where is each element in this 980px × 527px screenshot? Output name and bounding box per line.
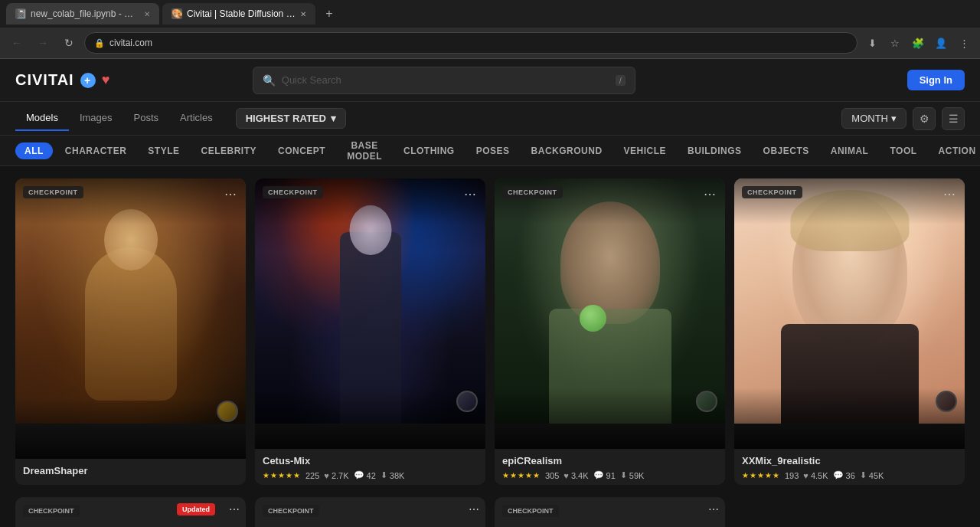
- cat-all[interactable]: ALL: [15, 142, 53, 159]
- bottom-menu-3[interactable]: ⋯: [708, 503, 719, 516]
- logo-heart-icon[interactable]: ♥: [102, 72, 111, 88]
- tab-articles[interactable]: Articles: [169, 106, 224, 131]
- cat-buildings[interactable]: BUILDINGS: [678, 142, 751, 159]
- comments-2: 42: [367, 471, 376, 480]
- comments-3: 91: [606, 471, 616, 480]
- model-card-epic[interactable]: CHECKPOINT ⋯ epiCRealism ★★★★★ 305 ♥ 3.4…: [495, 178, 725, 485]
- card-gradient-top-1: [15, 178, 246, 224]
- period-label: MONTH: [851, 113, 888, 124]
- checkpoint-badge-2: CHECKPOINT: [263, 186, 323, 198]
- category-bar: ALL CHARACTER STYLE CELEBRITY CONCEPT BA…: [0, 136, 980, 166]
- sort-button[interactable]: HIGHEST RATED ▾: [236, 108, 346, 129]
- download-icon-4: ⬇: [860, 470, 867, 480]
- tab-favicon-1: 📓: [15, 8, 26, 19]
- bottom-badge-3: CHECKPOINT: [502, 505, 559, 517]
- tab-2[interactable]: 🎨 Civitai | Stable Diffusion models... ✕: [162, 3, 315, 25]
- logo[interactable]: CIVITAI + ♥: [15, 71, 110, 89]
- tab-close-2[interactable]: ✕: [300, 10, 306, 18]
- bottom-menu-2[interactable]: ⋯: [469, 503, 479, 516]
- tab-models[interactable]: Models: [15, 106, 69, 131]
- cat-action[interactable]: ACTION: [929, 142, 980, 159]
- downloads-group-2: ⬇ 38K: [381, 470, 405, 480]
- tab-posts[interactable]: Posts: [123, 106, 170, 131]
- card-avatar-2: [456, 391, 478, 412]
- address-bar[interactable]: 🔒 civitai.com: [84, 32, 858, 54]
- search-shortcut: /: [616, 75, 626, 86]
- new-tab-button[interactable]: +: [318, 3, 340, 25]
- period-button[interactable]: MONTH ▾: [841, 108, 906, 129]
- cat-poses[interactable]: POSES: [467, 142, 519, 159]
- download-icon-3: ⬇: [620, 470, 627, 480]
- bottom-row: CHECKPOINT Updated ⋯ CHECKPOINT ⋯ CHECKP…: [0, 497, 980, 527]
- back-button[interactable]: ←: [6, 32, 28, 54]
- card-menu-4[interactable]: ⋯: [940, 185, 959, 203]
- comments-4: 36: [846, 471, 855, 480]
- rating-count-3: 305: [545, 471, 559, 480]
- tab-images[interactable]: Images: [69, 106, 123, 131]
- bookmark-button[interactable]: ☆: [885, 33, 905, 53]
- model-card-xxmix[interactable]: CHECKPOINT ⋯ XXMix_9realistic ★★★★★ 193 …: [734, 178, 965, 485]
- card-menu-3[interactable]: ⋯: [701, 185, 719, 203]
- sign-in-button[interactable]: Sign In: [907, 70, 965, 90]
- cat-vehicle[interactable]: VEHICLE: [615, 142, 676, 159]
- stars-2: ★★★★★: [263, 471, 301, 480]
- extension-icon[interactable]: 🧩: [908, 33, 928, 53]
- search-placeholder: Quick Search: [282, 74, 609, 86]
- card-menu-1[interactable]: ⋯: [221, 185, 240, 203]
- bottom-card-4-empty: [734, 497, 965, 527]
- card-image-dreamshaper: CHECKPOINT ⋯: [15, 178, 246, 459]
- card-menu-2[interactable]: ⋯: [461, 185, 479, 203]
- card-image-xxmix: CHECKPOINT ⋯: [734, 178, 965, 449]
- heart-icon-4: ♥: [803, 471, 808, 480]
- bottom-card-2[interactable]: CHECKPOINT ⋯: [255, 497, 485, 527]
- browser-chrome: 📓 new_colab_file.ipynb - Colabora... ✕ 🎨…: [0, 0, 980, 59]
- card-avatar-4: [936, 391, 957, 412]
- right-controls: MONTH ▾ ⚙ ☰: [841, 107, 965, 130]
- card-name-3: epiCRealism: [502, 455, 717, 466]
- card-stats-4: ★★★★★ 193 ♥ 4.5K 💬 36 ⬇ 45K: [742, 470, 957, 480]
- card-info-4: XXMix_9realistic ★★★★★ 193 ♥ 4.5K 💬 36 ⬇…: [734, 449, 965, 485]
- likes-group-2: ♥ 2.7K: [324, 471, 348, 480]
- layout-icon-button[interactable]: ☰: [942, 107, 965, 130]
- cat-background[interactable]: BACKGROUND: [522, 142, 612, 159]
- extensions-button[interactable]: ⬇: [862, 33, 882, 53]
- search-icon: 🔍: [263, 74, 276, 87]
- downloads-3: 59K: [629, 471, 645, 480]
- comment-icon-4: 💬: [833, 470, 844, 480]
- forward-button[interactable]: →: [32, 32, 54, 54]
- checkpoint-badge-4: CHECKPOINT: [742, 186, 802, 198]
- card-gradient-bottom-2: [255, 388, 485, 449]
- cat-tool[interactable]: TOOL: [880, 142, 926, 159]
- cat-concept[interactable]: CONCEPT: [269, 142, 335, 159]
- card-name-4: XXMix_9realistic: [742, 455, 957, 466]
- profile-button[interactable]: 👤: [931, 33, 951, 53]
- bottom-menu-1[interactable]: ⋯: [229, 503, 240, 516]
- rating-count-4: 193: [785, 471, 799, 480]
- cat-celebrity[interactable]: CELEBRITY: [192, 142, 266, 159]
- cat-animal[interactable]: ANIMAL: [822, 142, 878, 159]
- menu-button[interactable]: ⋮: [954, 33, 974, 53]
- model-card-dreamshaper[interactable]: CHECKPOINT ⋯ DreamShaper: [15, 178, 246, 485]
- card-gradient-top-3: [495, 178, 725, 224]
- card-gradient-bottom-1: [15, 398, 246, 459]
- filter-icon-button[interactable]: ⚙: [913, 107, 936, 130]
- search-bar[interactable]: 🔍 Quick Search /: [253, 67, 635, 94]
- bottom-card-1[interactable]: CHECKPOINT Updated ⋯: [15, 497, 246, 527]
- reload-button[interactable]: ↻: [58, 32, 80, 54]
- comment-icon-3: 💬: [593, 470, 604, 480]
- model-card-cetus[interactable]: CHECKPOINT ⋯ Cetus-Mix ★★★★★ 225 ♥ 2.7K …: [255, 178, 485, 485]
- cat-base-model[interactable]: BASE MODEL: [338, 137, 391, 165]
- cat-character[interactable]: CHARACTER: [56, 142, 136, 159]
- card-gradient-bottom-3: [495, 388, 725, 449]
- cat-clothing[interactable]: CLOTHING: [394, 142, 464, 159]
- logo-plus-button[interactable]: +: [80, 73, 96, 88]
- bottom-card-3[interactable]: CHECKPOINT ⋯: [495, 497, 725, 527]
- tab-1[interactable]: 📓 new_colab_file.ipynb - Colabora... ✕: [6, 3, 159, 25]
- cat-style[interactable]: STYLE: [139, 142, 188, 159]
- tab-close-1[interactable]: ✕: [144, 10, 150, 18]
- rating-count-2: 225: [305, 471, 319, 480]
- likes-group-4: ♥ 4.5K: [803, 471, 828, 480]
- cat-objects[interactable]: OBJECTS: [754, 142, 818, 159]
- card-info-1: DreamShaper: [15, 459, 246, 485]
- likes-2: 2.7K: [332, 471, 349, 480]
